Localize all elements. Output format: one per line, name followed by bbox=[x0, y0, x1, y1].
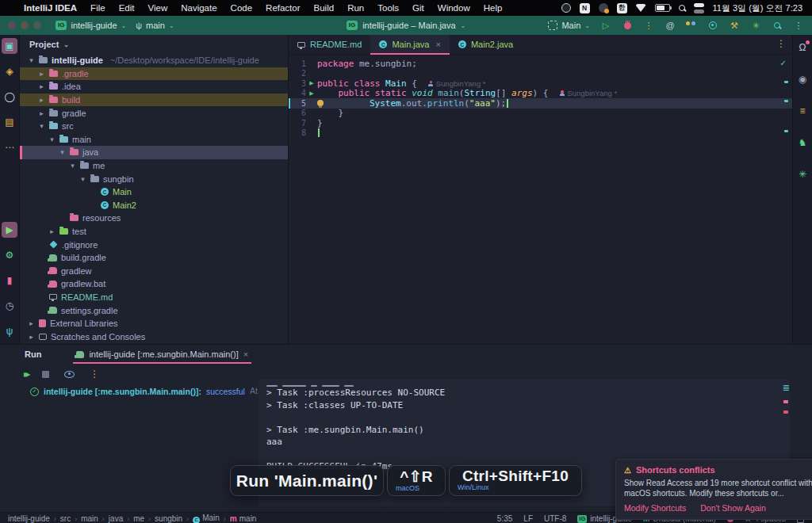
menu-item-build[interactable]: Build bbox=[314, 3, 335, 13]
terminal-tool-icon[interactable]: ▮ bbox=[2, 273, 17, 288]
commit-tool-icon[interactable]: ◈ bbox=[2, 63, 17, 79]
tree-chevron-icon[interactable]: ▾ bbox=[48, 136, 56, 143]
menu-item-edit[interactable]: Edit bbox=[119, 3, 135, 13]
run-more-icon[interactable]: ⋮ bbox=[643, 20, 654, 31]
breadcrumb-item-intellij-guide[interactable]: intellij-guide bbox=[8, 514, 50, 523]
dont-show-again-link[interactable]: Don't Show Again bbox=[700, 503, 766, 513]
menu-item-tools[interactable]: Tools bbox=[377, 3, 399, 13]
branch-selector[interactable]: ψ main ⌄ bbox=[136, 21, 174, 30]
debug-button[interactable] bbox=[622, 20, 633, 31]
breadcrumb-item-java[interactable]: java bbox=[109, 514, 123, 523]
menu-item-window[interactable]: Window bbox=[438, 3, 470, 13]
menu-item-view[interactable]: View bbox=[147, 3, 167, 13]
project-tree-item[interactable]: CMain bbox=[20, 185, 288, 199]
project-tree-item[interactable]: ▾me bbox=[20, 159, 288, 173]
code-editor[interactable]: 1package me.sungbin;23▶public class Main… bbox=[289, 55, 792, 344]
project-tree-item[interactable]: build.gradle bbox=[20, 251, 288, 265]
caret-position-widget[interactable]: 5:35 bbox=[497, 514, 512, 523]
window-close-button[interactable] bbox=[8, 21, 16, 29]
github-tool-icon[interactable]: ◯ bbox=[2, 89, 17, 105]
project-tool-icon[interactable]: ▣ bbox=[2, 38, 17, 54]
profiler-icon[interactable]: ✳ bbox=[750, 20, 761, 31]
tree-chevron-icon[interactable]: ▾ bbox=[28, 56, 35, 64]
project-tree-item[interactable]: ▸.gradle bbox=[20, 67, 288, 81]
project-tree-item[interactable]: ▾intellij-guide~/Desktop/workspace/IDE/i… bbox=[20, 54, 288, 67]
project-tree-item[interactable]: gradlew.bat bbox=[20, 277, 288, 291]
soft-wrap-icon[interactable]: ≣ bbox=[783, 383, 790, 393]
project-tree-item[interactable]: ▸test bbox=[20, 225, 288, 239]
project-tree-item[interactable]: CMain2 bbox=[20, 199, 288, 212]
code-line[interactable]: 8 bbox=[289, 128, 792, 139]
tree-chevron-icon[interactable]: ▸ bbox=[48, 227, 56, 235]
menu-item-git[interactable]: Git bbox=[412, 3, 424, 13]
run-tab[interactable]: intellij-guide [:me.sungbin.Main.main()]… bbox=[73, 345, 251, 364]
code-line[interactable]: 1package me.sungbin; bbox=[289, 59, 792, 69]
tree-chevron-icon[interactable]: ▸ bbox=[38, 109, 45, 117]
tree-chevron-icon[interactable]: ▾ bbox=[79, 175, 86, 183]
project-tree-item[interactable]: ▸build bbox=[20, 94, 288, 107]
project-tree-item[interactable]: ▸Scratches and Consoles bbox=[20, 330, 288, 343]
tree-chevron-icon[interactable]: ▸ bbox=[38, 96, 45, 104]
run-button[interactable]: ▷ bbox=[600, 20, 611, 31]
modify-shortcuts-link[interactable]: Modify Shortcuts bbox=[624, 503, 686, 513]
editor-tab-readme-md[interactable]: README.md bbox=[289, 35, 370, 54]
screen-record-icon[interactable] bbox=[707, 20, 718, 31]
project-tree-item[interactable]: README.md bbox=[20, 291, 288, 304]
rerun-button[interactable]: ▶▶ bbox=[24, 371, 27, 378]
project-tree-item[interactable]: settings.gradle bbox=[20, 303, 288, 317]
tree-chevron-icon[interactable]: ▸ bbox=[38, 70, 45, 78]
project-tree-item[interactable]: .gitignore bbox=[20, 238, 288, 251]
run-more-kebab-icon[interactable]: ⋮ bbox=[90, 368, 99, 380]
search-everywhere-icon[interactable] bbox=[772, 20, 783, 31]
spotlight-search-icon[interactable] bbox=[679, 5, 685, 11]
menu-item-file[interactable]: File bbox=[90, 3, 105, 13]
project-tree-item[interactable]: ▾src bbox=[20, 120, 288, 133]
run-line-icon[interactable]: ▶ bbox=[306, 90, 317, 97]
more-tool-windows-icon[interactable]: ⋯ bbox=[2, 139, 17, 155]
show-passed-eye-icon[interactable] bbox=[64, 371, 75, 378]
menu-item-help[interactable]: Help bbox=[484, 3, 503, 13]
author-inlay-hint[interactable]: SungbinYang * bbox=[559, 89, 617, 97]
stop-button[interactable] bbox=[42, 371, 49, 378]
menu-item-run[interactable]: Run bbox=[347, 3, 364, 13]
korean-ime-icon[interactable]: 한 bbox=[617, 3, 627, 13]
inspections-ok-icon[interactable]: ✓ bbox=[780, 59, 787, 67]
at-mentions-icon[interactable]: @ bbox=[665, 20, 676, 31]
close-icon[interactable]: × bbox=[435, 40, 440, 49]
app-orange-badge-icon[interactable] bbox=[599, 3, 608, 13]
project-tree-item[interactable]: ▾sungbin bbox=[20, 172, 288, 185]
menu-item-refactor[interactable]: Refactor bbox=[266, 3, 300, 13]
code-line[interactable]: 4▶ public static void main(String[] args… bbox=[289, 89, 792, 99]
project-tree-item[interactable]: ▾main bbox=[20, 133, 288, 147]
ai-assistant-icon[interactable]: ◉ bbox=[795, 71, 810, 87]
tree-chevron-icon[interactable]: ▾ bbox=[69, 162, 76, 170]
project-panel-header[interactable]: Project ⌄ bbox=[20, 35, 288, 54]
encoding-widget[interactable]: UTF-8 bbox=[544, 514, 566, 523]
close-icon[interactable]: × bbox=[243, 349, 248, 359]
build-project-icon[interactable]: ⚒ bbox=[729, 20, 740, 31]
battery-icon[interactable] bbox=[655, 4, 670, 12]
tree-chevron-icon[interactable]: ▸ bbox=[38, 82, 45, 90]
breadcrumb-item-main[interactable]: main bbox=[81, 514, 98, 523]
gradle-tool-icon[interactable]: ♞ bbox=[795, 135, 810, 151]
database-tool-icon[interactable]: ≡ bbox=[795, 103, 810, 119]
tree-chevron-icon[interactable]: ▾ bbox=[38, 122, 45, 130]
structure-tool-icon[interactable]: ▤ bbox=[2, 114, 17, 130]
code-line[interactable]: 2 bbox=[289, 69, 792, 79]
project-tree-item[interactable]: ▸.idea bbox=[20, 80, 288, 94]
tree-chevron-icon[interactable]: ▸ bbox=[28, 333, 35, 341]
git-branch-tool-icon[interactable]: ψ bbox=[2, 323, 17, 339]
run-line-icon[interactable]: ▶ bbox=[306, 80, 317, 86]
breadcrumb-item-main[interactable]: CMain bbox=[193, 513, 220, 523]
editor-tab-main2-java[interactable]: CMain2.java bbox=[450, 35, 522, 54]
breadcrumb-item-me[interactable]: me bbox=[133, 514, 144, 523]
project-tree-item[interactable]: ▾java bbox=[20, 146, 288, 159]
project-tree-item[interactable]: resources bbox=[20, 212, 288, 225]
breadcrumb-item-sungbin[interactable]: sungbin bbox=[155, 514, 182, 523]
dependencies-tool-icon[interactable]: ✳ bbox=[795, 166, 810, 182]
tree-chevron-icon[interactable]: ▾ bbox=[59, 148, 66, 156]
run-configuration-selector[interactable]: Main ⌄ bbox=[548, 21, 590, 30]
breadcrumb-item-src[interactable]: src bbox=[60, 514, 71, 523]
code-line[interactable]: 7} bbox=[289, 118, 792, 128]
project-tree-item[interactable]: ▸External Libraries bbox=[20, 317, 288, 330]
